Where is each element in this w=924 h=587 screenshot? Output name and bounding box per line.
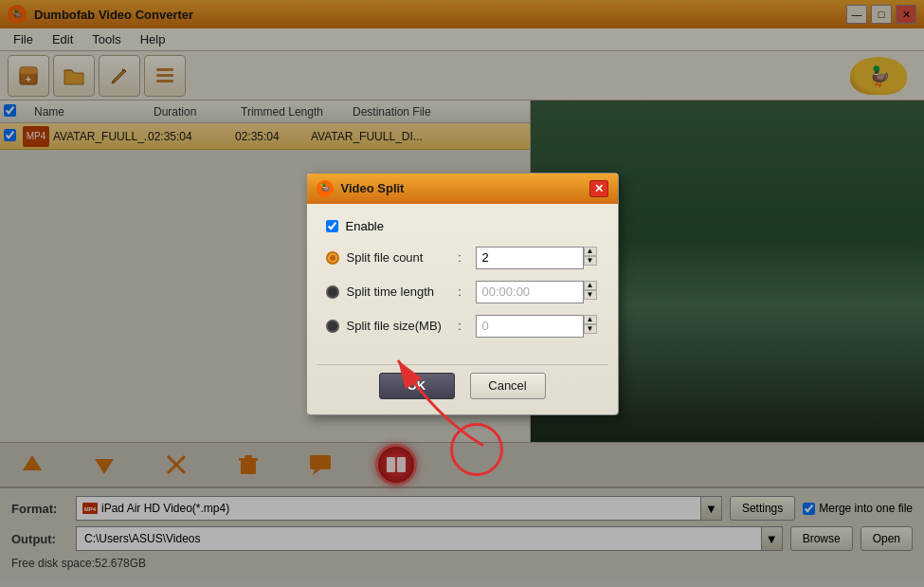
split-button-circle	[450, 423, 503, 476]
modal-overlay: 🦆 Video Split ✕ Enable Split file count …	[0, 0, 924, 587]
dialog-header: 🦆 Video Split ✕	[307, 174, 618, 204]
cancel-button[interactable]: Cancel	[470, 373, 546, 399]
split-size-label: Split file size(MB)	[347, 319, 451, 333]
dialog-icon: 🦆	[317, 180, 334, 197]
split-size-spinner: ▲ ▼	[584, 315, 599, 338]
split-size-display: 0	[476, 315, 584, 338]
split-time-down[interactable]: ▼	[584, 290, 597, 300]
enable-checkbox[interactable]	[326, 220, 338, 232]
dialog-body: Enable Split file count : 2 ▲ ▼	[307, 204, 618, 364]
split-time-colon: :	[458, 284, 467, 299]
split-size-colon: :	[458, 319, 467, 333]
split-time-radio[interactable]	[326, 285, 339, 299]
ok-button[interactable]: OK	[379, 373, 455, 399]
split-file-count-row: Split file count : 2 ▲ ▼	[326, 247, 599, 269]
split-size-up[interactable]: ▲	[584, 315, 597, 324]
enable-row: Enable	[326, 219, 599, 233]
dialog-title: Video Split	[341, 181, 582, 195]
split-count-up[interactable]: ▲	[584, 247, 597, 256]
enable-label: Enable	[346, 219, 384, 233]
split-time-input-container: 00:00:00 ▲ ▼	[476, 281, 599, 303]
split-count-down[interactable]: ▼	[584, 256, 597, 266]
split-count-input-container: 2 ▲ ▼	[476, 247, 599, 269]
split-time-spinner: ▲ ▼	[584, 281, 599, 303]
split-time-label: Split time length	[347, 284, 451, 299]
split-time-up[interactable]: ▲	[584, 281, 597, 290]
split-count-display: 2	[476, 247, 584, 269]
split-file-count-radio[interactable]	[326, 251, 339, 265]
split-size-down[interactable]: ▼	[584, 324, 597, 334]
video-split-dialog: 🦆 Video Split ✕ Enable Split file count …	[306, 173, 619, 415]
split-size-row: Split file size(MB) : 0 ▲ ▼	[326, 315, 599, 338]
split-file-count-label: Split file count	[347, 250, 451, 265]
dialog-close-button[interactable]: ✕	[589, 180, 608, 197]
dialog-footer: OK Cancel	[307, 365, 618, 414]
split-time-display: 00:00:00	[476, 281, 584, 303]
split-count-spinner: ▲ ▼	[584, 247, 599, 269]
split-size-input-container: 0 ▲ ▼	[476, 315, 599, 338]
split-file-count-colon: :	[458, 250, 467, 265]
split-size-radio[interactable]	[326, 320, 339, 333]
split-time-row: Split time length : 00:00:00 ▲ ▼	[326, 281, 599, 303]
